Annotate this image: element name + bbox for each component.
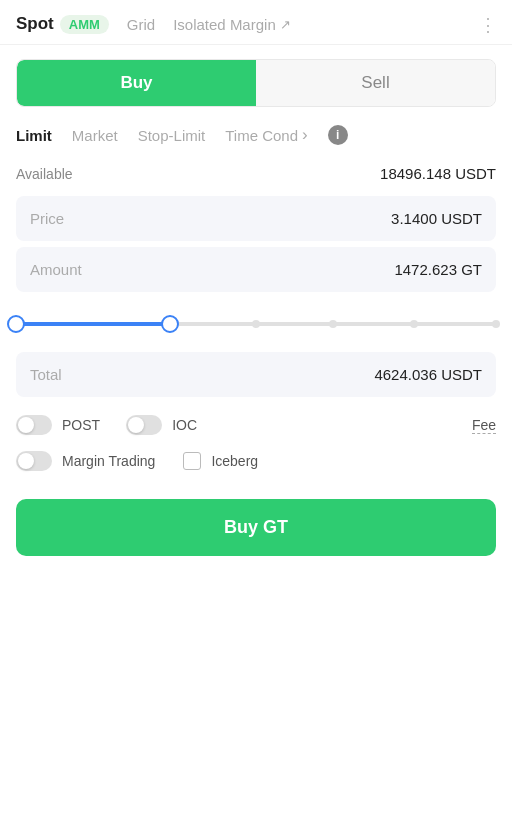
buy-sell-toggle: Buy Sell (16, 59, 496, 107)
header: Spot AMM Grid Isolated Margin ↗ ⋮ (0, 0, 512, 45)
buy-gt-button[interactable]: Buy GT (16, 499, 496, 556)
margin-trading-label: Margin Trading (62, 453, 155, 469)
total-value: 4624.036 USDT (374, 366, 482, 383)
slider-dot-100 (492, 320, 500, 328)
sell-button[interactable]: Sell (256, 60, 495, 106)
price-label: Price (30, 210, 64, 227)
margin-toggle[interactable] (16, 451, 52, 471)
margin-iceberg-row: Margin Trading Iceberg (0, 447, 512, 483)
order-type-tabs: Limit Market Stop-Limit Time Cond › i (0, 107, 512, 151)
available-label: Available (16, 166, 73, 182)
tab-spot[interactable]: Spot (16, 14, 54, 34)
amm-badge[interactable]: AMM (60, 15, 109, 34)
post-toggle[interactable] (16, 415, 52, 435)
ioc-label: IOC (172, 417, 197, 433)
isolated-arrow-icon: ↗ (280, 17, 291, 32)
post-ioc-row: POST IOC Fee (0, 403, 512, 447)
iceberg-label: Iceberg (211, 453, 258, 469)
buy-button[interactable]: Buy (17, 60, 256, 106)
buy-gt-section: Buy GT (0, 483, 512, 576)
slider-dot-50 (252, 320, 260, 328)
tab-grid[interactable]: Grid (127, 16, 155, 33)
tab-limit[interactable]: Limit (16, 127, 52, 144)
total-field[interactable]: Total 4624.036 USDT (16, 352, 496, 397)
margin-toggle-knob (18, 453, 34, 469)
tab-market[interactable]: Market (72, 127, 118, 144)
slider-dot-83 (410, 320, 418, 328)
info-icon[interactable]: i (328, 125, 348, 145)
available-row: Available 18496.148 USDT (0, 151, 512, 190)
ioc-toggle[interactable] (126, 415, 162, 435)
tab-time-cond[interactable]: Time Cond › (225, 125, 307, 145)
price-field[interactable]: Price 3.1400 USDT (16, 196, 496, 241)
amount-slider[interactable] (0, 298, 512, 346)
fee-label[interactable]: Fee (472, 417, 496, 434)
post-toggle-knob (18, 417, 34, 433)
price-value: 3.1400 USDT (391, 210, 482, 227)
amount-field[interactable]: Amount 1472.623 GT (16, 247, 496, 292)
slider-fill (16, 322, 170, 326)
slider-thumb-right[interactable] (161, 315, 179, 333)
ioc-toggle-knob (128, 417, 144, 433)
tab-stop-limit[interactable]: Stop-Limit (138, 127, 206, 144)
menu-dots-icon[interactable]: ⋮ (479, 14, 498, 36)
tab-isolated-margin[interactable]: Isolated Margin ↗ (173, 16, 291, 33)
slider-thumb-left[interactable] (7, 315, 25, 333)
amount-label: Amount (30, 261, 82, 278)
amount-value: 1472.623 GT (394, 261, 482, 278)
slider-track (16, 322, 496, 326)
available-value: 18496.148 USDT (380, 165, 496, 182)
slider-dot-66 (329, 320, 337, 328)
iceberg-checkbox[interactable] (183, 452, 201, 470)
post-label: POST (62, 417, 100, 433)
total-label: Total (30, 366, 62, 383)
